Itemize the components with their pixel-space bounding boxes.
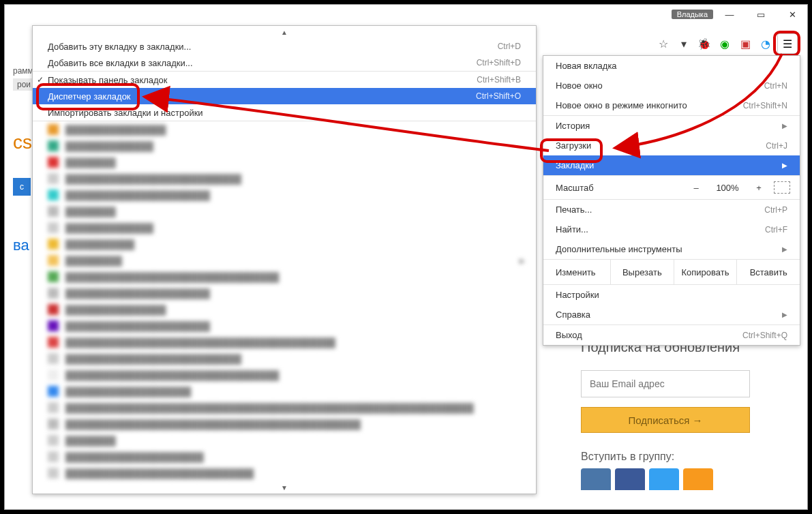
page-nav-selected[interactable]: с [13,178,31,196]
menuitem-shortcut: Ctrl+J [766,141,787,151]
bookmark-item[interactable]: ██████████████████████████████ [33,465,536,481]
menuitem-label: Добавить все вкладки в закладки... [48,58,193,68]
bookmark-item[interactable]: ██████████████████████ [33,449,536,465]
bookmark-item[interactable]: ███████████████████████ [33,318,536,334]
menuitem-label: Закладки [556,160,594,170]
rss-icon[interactable] [683,468,713,490]
ladybug-extension-icon[interactable]: 🐞 [695,35,713,52]
bookmark-item[interactable]: ████████████████████████████████████████… [33,399,536,416]
menu-incognito[interactable]: Новое окно в режиме инкогнито Ctrl+Shift… [543,95,800,115]
submenu-show-bookmarks-bar[interactable]: ✓ Показывать панель закладок Ctrl+Shift+… [33,72,536,88]
vk-icon[interactable] [581,468,611,490]
main-menu: Новая вкладка Новое окно Ctrl+N Новое ок… [543,55,800,346]
menu-print[interactable]: Печать... Ctrl+P [543,200,800,220]
menuitem-label: Печать... [556,205,592,215]
menuitem-label: Загрузки [556,140,591,151]
menuitem-label: Новое окно [556,80,603,91]
bookmark-item[interactable]: ████████████████████████████ [33,350,536,367]
bookmark-item[interactable]: ████████████████████████████ [33,170,536,187]
menuitem-shortcut: Ctrl+N [764,81,787,91]
menu-exit[interactable]: Выход Ctrl+Shift+Q [543,325,800,345]
subscribe-button[interactable]: Подписаться → [581,407,750,433]
menuitem-label: Новое окно в режиме инкогнито [556,100,687,110]
menuitem-shortcut: Ctrl+Shift+N [743,101,787,110]
menuitem-shortcut: Ctrl+Shift+B [477,75,521,85]
drop-extension-icon[interactable]: ◔ [757,35,775,52]
submenu-add-all-bookmarks[interactable]: Добавить все вкладки в закладки... Ctrl+… [33,55,536,71]
menu-help[interactable]: Справка ▶ [543,305,800,324]
bookmark-item[interactable]: ██████████████████████████████████ [33,367,536,383]
menuitem-label: Добавить эту вкладку в закладки... [48,42,191,52]
bookmark-item[interactable]: ██████████████ [33,138,536,154]
menuitem-label: Справка [556,309,590,320]
green-circle-extension-icon[interactable]: ◉ [716,35,734,52]
app-window: Владыка — ▭ ✕ ☆ ▾ 🐞 ◉ ▣ ◔ ☰ рамми рои cs… [4,4,808,510]
menuitem-shortcut: Ctrl+Shift+O [476,91,521,101]
zoom-out-button[interactable]: – [687,179,706,196]
bookmark-item[interactable]: ███████████████████████ [33,187,536,203]
hamburger-icon: ☰ [783,37,792,50]
subscribe-email-input[interactable] [581,370,750,397]
menu-zoom-row: Масштаб – 100% + [543,176,800,199]
menu-downloads[interactable]: Загрузки Ctrl+J [543,136,800,155]
zoom-in-button[interactable]: + [749,179,768,196]
bookmark-item[interactable]: ████████████████████████████████████████… [33,334,536,350]
bookmark-item[interactable]: ████████ [33,203,536,220]
menuitem-label: Найти... [556,224,588,235]
window-minimize-button[interactable]: — [715,5,745,23]
edit-label: Изменить [543,260,610,284]
chevron-right-icon: ▶ [520,257,525,264]
menuitem-shortcut: Ctrl+Shift+Q [742,331,787,340]
facebook-icon[interactable] [615,468,645,490]
bookmark-item[interactable]: ███████████████████████ [33,285,536,301]
submenu-bookmark-manager[interactable]: Диспетчер закладок Ctrl+Shift+O [33,88,536,104]
submenu-scroll-down[interactable]: ▼ [33,481,536,494]
video-extension-icon[interactable]: ▣ [736,35,754,52]
bookmark-item[interactable]: ████████████████ [33,301,536,318]
pocket-extension-icon[interactable]: ▾ [675,35,693,52]
bookmark-item[interactable]: ████████ [33,432,536,449]
user-badge: Владыка [672,10,713,19]
menu-more-tools[interactable]: Дополнительные инструменты ▶ [543,239,800,259]
menu-new-window[interactable]: Новое окно Ctrl+N [543,76,800,95]
menuitem-label: Новая вкладка [556,61,617,71]
bookmarks-submenu: ▲ Добавить эту вкладку в закладки... Ctr… [32,25,537,494]
menu-settings[interactable]: Настройки [543,285,800,305]
menu-history[interactable]: История ▶ [543,116,800,136]
bookmark-item[interactable]: ████████████████████████████████████████… [33,416,536,432]
edit-paste-button[interactable]: Вставить [736,260,800,284]
bookmark-folder[interactable]: █████████▶ [33,252,536,269]
menuitem-shortcut: Ctrl+F [765,225,787,235]
menu-find[interactable]: Найти... Ctrl+F [543,220,800,239]
menuitem-label: Диспетчер закладок [48,91,131,102]
star-icon[interactable]: ☆ [655,35,672,52]
social-row [581,468,780,490]
fullscreen-icon[interactable] [774,181,790,194]
menuitem-shortcut: Ctrl+Shift+D [477,58,521,67]
menuitem-label: Настройки [556,290,599,300]
menu-bookmarks[interactable]: Закладки ▶ [543,155,800,175]
bookmark-item[interactable]: ███████████ [33,236,536,252]
bookmark-item[interactable]: ████████████████ [33,121,536,138]
menuitem-label: Импортировать закладки и настройки [48,108,203,118]
check-icon: ✓ [37,75,44,85]
hamburger-menu-button[interactable]: ☰ [777,33,798,54]
submenu-scroll-up[interactable]: ▲ [33,26,536,38]
window-close-button[interactable]: ✕ [777,5,807,23]
bookmark-item[interactable]: ████████ [33,154,536,170]
bookmark-item[interactable]: ██████████████ [33,220,536,236]
menuitem-label: Дополнительные инструменты [556,244,682,254]
window-titlebar: Владыка — ▭ ✕ [672,5,807,24]
submenu-import-bookmarks[interactable]: Импортировать закладки и настройки [33,104,536,121]
bookmarks-list-blurred: ████████████████ ██████████████ ████████… [33,121,536,481]
window-maximize-button[interactable]: ▭ [746,5,776,23]
menu-new-tab[interactable]: Новая вкладка [543,56,800,76]
bookmark-item[interactable]: ██████████████████████████████████ [33,269,536,285]
submenu-add-bookmark[interactable]: Добавить эту вкладку в закладки... Ctrl+… [33,38,536,55]
edit-cut-button[interactable]: Вырезать [610,260,674,284]
bookmark-item[interactable]: ████████████████████ [33,383,536,399]
twitter-icon[interactable] [649,468,679,490]
zoom-value: 100% [711,183,744,193]
edit-copy-button[interactable]: Копировать [674,260,737,284]
zoom-label: Масштаб [556,183,681,193]
